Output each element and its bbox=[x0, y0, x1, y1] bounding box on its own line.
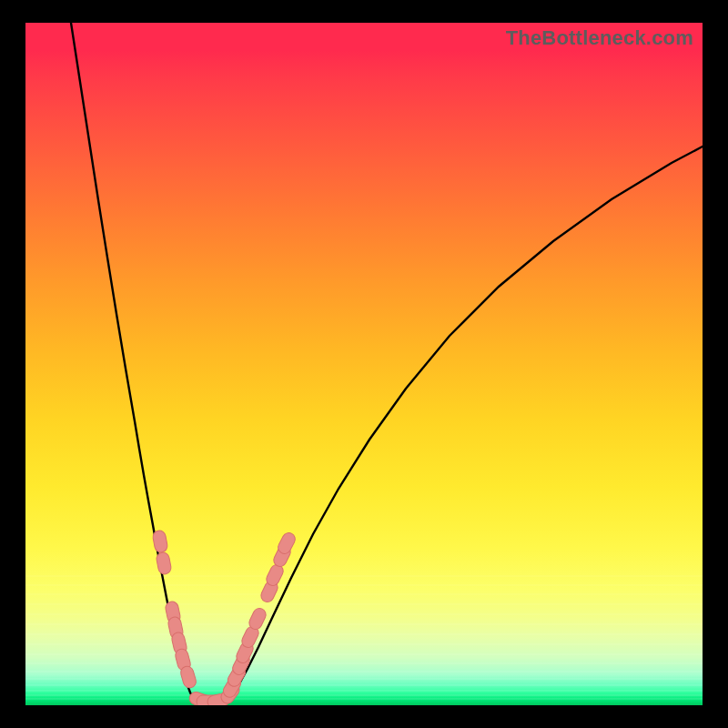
chart-svg bbox=[25, 23, 703, 705]
marker bbox=[152, 530, 168, 553]
chart-plot-area: TheBottleneck.com bbox=[25, 23, 703, 705]
bottleneck-curve bbox=[71, 23, 703, 705]
glossy-ridges bbox=[25, 576, 703, 699]
marker bbox=[156, 551, 172, 575]
chart-frame: TheBottleneck.com bbox=[0, 0, 728, 728]
